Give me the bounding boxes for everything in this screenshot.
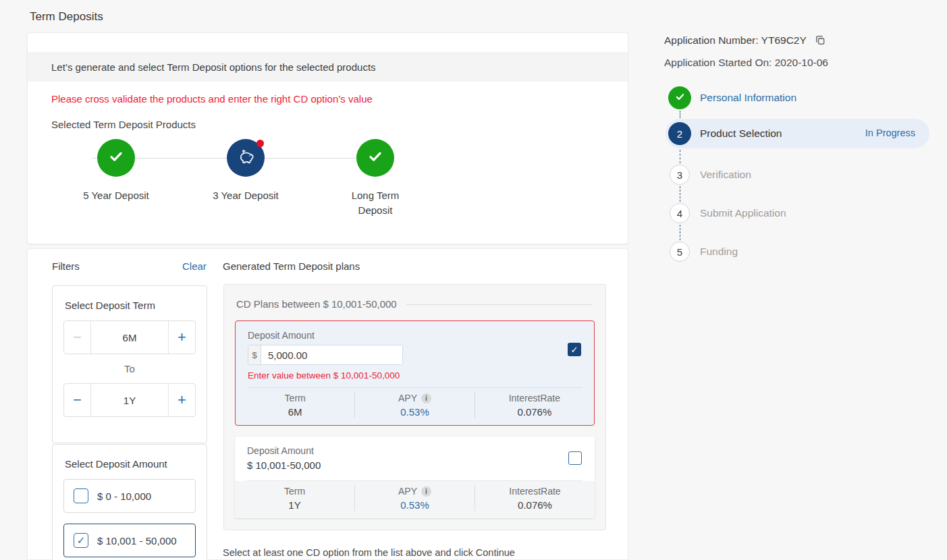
currency-prefix: $ <box>248 345 261 364</box>
step-5-number-circle[interactable]: 5 <box>670 242 690 262</box>
page-title: Term Deposits <box>30 10 103 24</box>
term-value: 6M <box>236 406 354 418</box>
deposit-amount-input[interactable] <box>261 345 402 364</box>
product-step-label: 3 Year Deposit <box>213 188 279 203</box>
term-stat: Term 1Y <box>235 486 354 511</box>
step-1-check-circle[interactable] <box>668 86 691 109</box>
application-number-text: Application Number: YT69C2Y <box>664 34 807 47</box>
step-connector <box>680 150 680 163</box>
clear-filters-link[interactable]: Clear <box>182 260 207 272</box>
deposit-amount-label: Select Deposit Amount <box>65 458 207 470</box>
sidebar-step-submit-application[interactable]: Submit Application <box>700 207 786 219</box>
product-step-label: Long Term Deposit <box>338 188 412 218</box>
amount-option-label: $ 0 - 10,000 <box>97 491 151 502</box>
deposit-amount-label: Deposit Amount <box>247 445 583 456</box>
apy-label: APY <box>398 393 417 403</box>
cd-option-checkbox-checked[interactable]: ✓ <box>568 343 581 356</box>
amount-option-10001-50000[interactable]: ✓ $ 10,001 - 50,000 <box>63 524 196 557</box>
piggy-circle[interactable] <box>227 139 265 177</box>
interest-rate-label: InterestRate <box>509 486 560 497</box>
sidebar-step-personal-information[interactable]: Personal Information <box>700 92 796 104</box>
info-icon[interactable]: i <box>421 393 431 403</box>
apy-stat: APY i 0.53% <box>354 393 474 418</box>
amount-option-0-10000[interactable]: $ 0 - 10,000 <box>63 479 196 513</box>
term-label: Term <box>284 486 305 497</box>
application-progress-sidebar: Application Number: YT69C2Y Application … <box>664 34 934 547</box>
divider <box>248 387 582 388</box>
alert-dot-badge <box>256 140 264 147</box>
term-stat: Term 6M <box>236 393 354 418</box>
checkbox-checked[interactable]: ✓ <box>74 533 88 548</box>
step-connector <box>680 225 680 240</box>
deposit-amount-filter: Select Deposit Amount $ 0 - 10,000 ✓ $ 1… <box>52 444 207 560</box>
interest-rate-value: 0.076% <box>475 499 595 511</box>
copy-icon[interactable] <box>813 34 826 47</box>
header-rule <box>406 304 592 305</box>
sidebar-step-product-selection[interactable]: Product Selection <box>700 128 782 140</box>
apy-stat: APY i 0.53% <box>354 486 475 511</box>
product-step-long-term[interactable]: Long Term Deposit <box>310 139 440 218</box>
interest-rate-stat: InterestRate 0.076% <box>475 393 594 418</box>
filters-title: Filters <box>52 260 80 272</box>
divider <box>247 480 583 481</box>
generated-plans-title: Generated Term Deposit plans <box>223 260 360 272</box>
check-icon <box>674 91 686 105</box>
apy-value[interactable]: 0.53% <box>355 406 474 418</box>
check-icon <box>107 148 125 168</box>
piggy-bank-icon <box>236 146 256 169</box>
application-number-line: Application Number: YT69C2Y <box>664 34 934 47</box>
interest-rate-value: 0.076% <box>475 406 594 418</box>
cd-plan-card-1y: Deposit Amount $ 10,001-50,000 Term 1Y A… <box>235 437 595 518</box>
term-to-decrement-button[interactable]: − <box>64 384 91 416</box>
check-circle[interactable] <box>97 139 135 177</box>
term-label: Term <box>285 393 306 403</box>
product-step-5-year[interactable]: 5 Year Deposit <box>51 139 181 218</box>
sidebar-step-verification[interactable]: Verification <box>700 169 751 181</box>
info-icon[interactable]: i <box>421 486 431 497</box>
step-4-number-circle[interactable]: 4 <box>670 203 690 223</box>
deposit-amount-input-group: $ <box>248 345 403 365</box>
deposit-amount-range: $ 10,001-50,000 <box>247 459 583 471</box>
step-2-number-circle[interactable]: 2 <box>668 122 691 145</box>
cd-plan-card-6m: Deposit Amount $ ✓ Enter value between $… <box>235 320 595 426</box>
product-step-label: 5 Year Deposit <box>83 188 149 203</box>
amount-range-error: Enter value between $ 10,001-50,000 <box>248 370 582 381</box>
step-connector <box>680 111 680 118</box>
interest-rate-label: InterestRate <box>509 393 560 403</box>
term-deposit-options-panel: Let’s generate and select Term Deposit o… <box>27 32 628 244</box>
step-3-number-circle[interactable]: 3 <box>670 165 690 185</box>
term-to-label: To <box>53 363 207 374</box>
check-circle[interactable] <box>356 139 394 177</box>
term-value: 1Y <box>235 499 354 511</box>
filters-and-plans-panel: Filters Clear Generated Term Deposit pla… <box>27 248 628 560</box>
selected-products-label: Selected Term Deposit Products <box>51 119 628 130</box>
term-to-increment-button[interactable]: + <box>168 384 195 416</box>
in-progress-badge: In Progress <box>865 128 915 138</box>
select-option-note: Select at least one CD option from the l… <box>223 547 515 558</box>
intro-strip: Let’s generate and select Term Deposit o… <box>28 52 628 82</box>
apy-label: APY <box>398 486 417 497</box>
checkbox-unchecked[interactable] <box>74 488 88 503</box>
deposit-term-label: Select Deposit Term <box>65 300 207 311</box>
interest-rate-stat: InterestRate 0.076% <box>475 486 595 511</box>
product-step-3-year[interactable]: 3 Year Deposit <box>181 139 310 218</box>
step-connector <box>680 186 680 202</box>
deposit-term-filter: Select Deposit Term − 6M + To − 1Y + <box>52 285 207 443</box>
sidebar-step-funding[interactable]: Funding <box>700 246 738 258</box>
term-from-stepper: − 6M + <box>63 320 196 354</box>
term-from-value: 6M <box>91 321 168 354</box>
cd-plans-container: CD Plans between $ 10,001-50,000 Deposit… <box>223 284 606 530</box>
amount-option-label: $ 10,001 - 50,000 <box>97 535 177 547</box>
application-started-line: Application Started On: 2020-10-06 <box>664 57 934 69</box>
cross-validate-warning: Please cross validate the products and e… <box>51 93 628 105</box>
term-to-stepper: − 1Y + <box>63 383 196 417</box>
apy-value[interactable]: 0.53% <box>355 499 475 511</box>
cd-plans-group-title: CD Plans between $ 10,001-50,000 <box>236 298 397 310</box>
deposit-amount-label: Deposit Amount <box>248 330 582 341</box>
cd-option-checkbox-unchecked[interactable] <box>568 451 582 465</box>
check-icon <box>367 148 384 168</box>
term-to-value: 1Y <box>91 384 168 416</box>
product-stepper: 5 Year Deposit 3 Year Deposit <box>51 139 443 218</box>
term-from-decrement-button[interactable]: − <box>64 321 91 354</box>
term-from-increment-button[interactable]: + <box>168 321 195 354</box>
